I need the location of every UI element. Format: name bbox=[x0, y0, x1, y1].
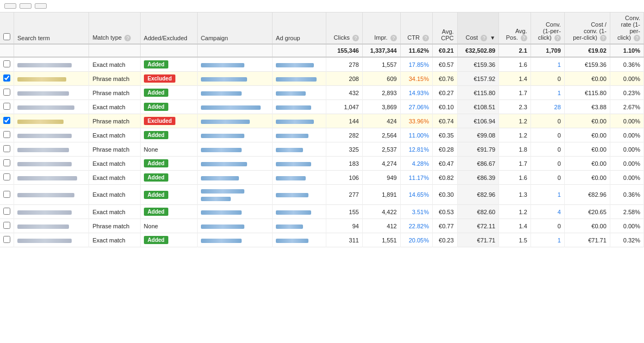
search-term-bar bbox=[17, 224, 69, 229]
row-status: Added bbox=[140, 128, 197, 142]
row-check[interactable] bbox=[0, 205, 14, 219]
add-keyword-button[interactable] bbox=[4, 3, 16, 9]
row-ctr: 33.96% bbox=[400, 114, 432, 128]
row-checkbox[interactable] bbox=[3, 103, 10, 110]
match-type-help-icon[interactable]: ? bbox=[124, 35, 131, 41]
search-term-bar bbox=[17, 63, 72, 67]
row-check[interactable] bbox=[0, 57, 14, 72]
campaign-bar-2 bbox=[201, 197, 231, 201]
row-ad-group bbox=[273, 171, 326, 185]
row-conv: 1 bbox=[531, 233, 564, 247]
row-cost: €86.39 bbox=[457, 171, 499, 185]
cost-conv-help-icon[interactable]: ? bbox=[600, 35, 607, 41]
row-ad-group bbox=[273, 142, 326, 157]
row-avg-pos: 2.3 bbox=[499, 100, 531, 114]
row-checkbox[interactable] bbox=[3, 60, 10, 67]
totals-match-type bbox=[89, 44, 140, 57]
header-cost[interactable]: Cost ? ▼ bbox=[457, 13, 499, 44]
row-check[interactable] bbox=[0, 171, 14, 185]
row-clicks: 278 bbox=[326, 57, 363, 72]
row-conv-rate: 0.36% bbox=[610, 57, 643, 72]
conv-help-icon[interactable]: ? bbox=[554, 35, 561, 41]
row-cost-conv: €159.36 bbox=[564, 57, 610, 72]
row-ad-group bbox=[273, 57, 326, 72]
ctr-help-icon[interactable]: ? bbox=[422, 35, 429, 41]
row-conv-rate: 0.00% bbox=[610, 142, 643, 157]
row-check[interactable] bbox=[0, 185, 14, 205]
row-campaign bbox=[197, 233, 272, 247]
table-wrap: Search term Match type ? Added/Excluded … bbox=[0, 13, 644, 247]
row-check[interactable] bbox=[0, 114, 14, 128]
row-impr: 2,564 bbox=[362, 128, 400, 142]
totals-avg-pos: 2.1 bbox=[499, 44, 531, 57]
impr-help-icon[interactable]: ? bbox=[390, 35, 397, 41]
campaign-bar bbox=[201, 148, 242, 152]
row-clicks: 155 bbox=[326, 205, 363, 219]
row-check[interactable] bbox=[0, 128, 14, 142]
row-checkbox[interactable] bbox=[3, 89, 10, 96]
ad-group-bar bbox=[276, 148, 303, 152]
row-checkbox[interactable] bbox=[3, 236, 10, 243]
add-negative-keyword-button[interactable] bbox=[20, 3, 31, 9]
row-check[interactable] bbox=[0, 157, 14, 171]
row-checkbox[interactable] bbox=[3, 173, 10, 180]
row-status: Added bbox=[140, 57, 197, 72]
table-row: Exact match Added 277 1,891 14.65% €0.30… bbox=[0, 185, 644, 205]
row-checkbox[interactable] bbox=[3, 222, 10, 229]
row-avg-cpc: €0.74 bbox=[432, 114, 457, 128]
row-match-type: Phrase match bbox=[89, 142, 140, 157]
row-cost: €99.08 bbox=[457, 128, 499, 142]
search-term-bar bbox=[17, 77, 66, 82]
row-avg-pos: 1.6 bbox=[499, 171, 531, 185]
toolbar bbox=[0, 0, 644, 13]
row-conv-rate: 0.00% bbox=[610, 219, 643, 233]
row-check[interactable] bbox=[0, 233, 14, 247]
row-checkbox[interactable] bbox=[3, 208, 10, 215]
row-search-term bbox=[14, 72, 89, 86]
row-checkbox[interactable] bbox=[3, 74, 10, 82]
row-avg-cpc: €0.57 bbox=[432, 57, 457, 72]
row-check[interactable] bbox=[0, 142, 14, 157]
row-ad-group bbox=[273, 86, 326, 100]
header-ad-group: Ad group bbox=[273, 13, 326, 44]
row-conv-rate: 0.00% bbox=[610, 157, 643, 171]
row-conv: 0 bbox=[531, 219, 564, 233]
clicks-help-icon[interactable]: ? bbox=[352, 35, 359, 41]
row-cost-conv: €20.65 bbox=[564, 205, 610, 219]
search-term-bar bbox=[17, 210, 72, 215]
row-status: Excluded bbox=[140, 114, 197, 128]
status-badge-added: Added bbox=[144, 208, 168, 216]
header-impr: Impr. ? bbox=[362, 13, 400, 44]
row-check[interactable] bbox=[0, 72, 14, 86]
cost-help-icon[interactable]: ? bbox=[481, 35, 487, 41]
row-checkbox[interactable] bbox=[3, 117, 10, 124]
row-ad-group bbox=[273, 128, 326, 142]
totals-clicks: 155,346 bbox=[326, 44, 363, 57]
ad-group-bar bbox=[276, 224, 303, 229]
row-ctr: 14.93% bbox=[400, 86, 432, 100]
row-search-term bbox=[14, 171, 89, 185]
table-row: Exact match Added 106 949 11.17% €0.82 €… bbox=[0, 171, 644, 185]
download-button[interactable] bbox=[35, 3, 47, 9]
row-checkbox[interactable] bbox=[3, 159, 10, 166]
row-clicks: 282 bbox=[326, 128, 363, 142]
search-term-bar bbox=[17, 176, 77, 180]
row-checkbox[interactable] bbox=[3, 191, 10, 198]
row-check[interactable] bbox=[0, 100, 14, 114]
conv-rate-help-icon[interactable]: ? bbox=[634, 35, 640, 41]
row-checkbox[interactable] bbox=[3, 145, 10, 152]
campaign-bar bbox=[201, 224, 244, 229]
table-row: Exact match Added 311 1,551 20.05% €0.23… bbox=[0, 233, 644, 247]
row-clicks: 144 bbox=[326, 114, 363, 128]
select-all-checkbox[interactable] bbox=[3, 33, 10, 40]
row-cost: €82.60 bbox=[457, 205, 499, 219]
campaign-bar bbox=[201, 134, 244, 138]
table-row: Exact match Added 183 4,274 4.28% €0.47 … bbox=[0, 157, 644, 171]
row-conv: 0 bbox=[531, 128, 564, 142]
avg-pos-help-icon[interactable]: ? bbox=[521, 35, 527, 41]
row-ad-group bbox=[273, 100, 326, 114]
row-cost: €71.71 bbox=[457, 233, 499, 247]
row-check[interactable] bbox=[0, 219, 14, 233]
row-check[interactable] bbox=[0, 86, 14, 100]
row-checkbox[interactable] bbox=[3, 131, 10, 138]
